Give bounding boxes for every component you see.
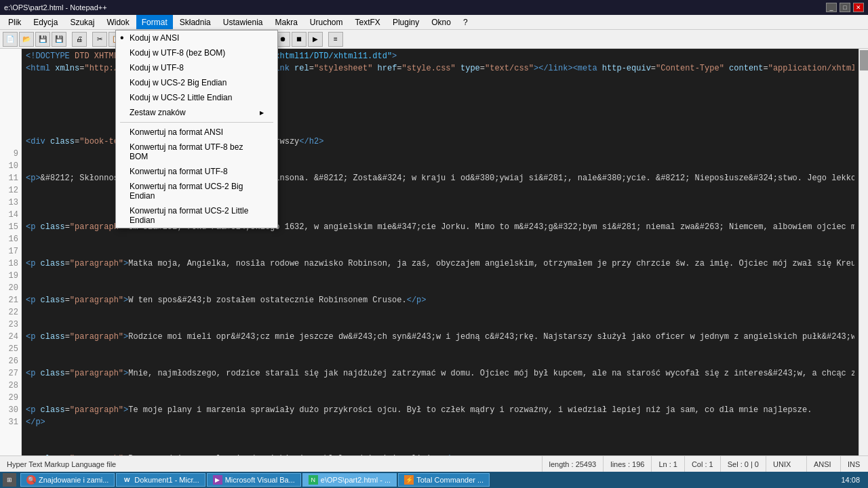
minimize-button[interactable]: _ — [826, 3, 837, 12]
status-bar: Hyper Text Markup Language file length :… — [0, 455, 868, 472]
open-button[interactable]: 📂 — [19, 32, 34, 47]
menu-help[interactable]: ? — [458, 15, 473, 29]
taskbar-clock: 14:08 — [835, 476, 865, 484]
koduj-utf8-bom-item[interactable]: Koduj w UTF-8 (bez BOM) — [116, 45, 277, 60]
file-type-status: Hyper Text Markup Language file — [0, 456, 542, 472]
word-icon: W — [122, 475, 132, 485]
zestaw-znakow-item[interactable]: Zestaw znaków — [116, 105, 277, 120]
vertical-scrollbar[interactable] — [859, 49, 868, 455]
notepadpp-icon: N — [309, 475, 318, 485]
tc-icon: ⚡ — [404, 475, 414, 485]
title-bar-controls[interactable]: _ □ ✕ — [826, 3, 864, 12]
konwertuj-utf8-bom-item[interactable]: Konwertuj na format UTF-8 bez BOM — [116, 140, 277, 164]
line-numbers: 9 10 11 12 13 14 15 16 17 18 19 20 21 22… — [0, 49, 22, 455]
ln-status: Ln : 1 — [652, 456, 685, 472]
line-ending-status: UNIX — [766, 456, 807, 472]
menu-textfx[interactable]: TextFX — [350, 15, 386, 29]
encoding-status: ANSI — [807, 456, 841, 472]
menu-makra[interactable]: Makra — [270, 15, 303, 29]
sel-status: Sel : 0 | 0 — [721, 456, 766, 472]
col-status: Col : 1 — [685, 456, 721, 472]
menu-edycja[interactable]: Edycja — [28, 15, 63, 29]
taskbar-notepadpp-label: e\OPS\part2.html - ... — [321, 476, 391, 484]
konwertuj-ansi-item[interactable]: Konwertuj na format ANSI — [116, 125, 277, 140]
menu-pluginy[interactable]: Pluginy — [387, 15, 425, 29]
menu-uruchom[interactable]: Uruchom — [304, 15, 349, 29]
taskbar-find-label: Znajdowanie i zami... — [39, 476, 108, 484]
taskbar-total-commander[interactable]: ⚡ Total Commander ... — [398, 473, 490, 487]
macro-play-button[interactable]: ▶ — [308, 32, 323, 47]
menu-format[interactable]: Format — [136, 15, 173, 29]
lines-status: lines : 196 — [604, 456, 652, 472]
taskbar-notepadpp[interactable]: N e\OPS\part2.html - ... — [302, 473, 397, 487]
sort-button[interactable]: ≡ — [328, 32, 343, 47]
start-button[interactable]: ⊞ — [3, 473, 16, 487]
koduj-ucs2-little-item[interactable]: Koduj w UCS-2 Little Endian — [116, 90, 277, 105]
menu-bar: Plik Edycja Szukaj Widok Format Składnia… — [0, 15, 868, 30]
koduj-ucs2-big-item[interactable]: Koduj w UCS-2 Big Endian — [116, 75, 277, 90]
taskbar-visual-basic[interactable]: ▶ Microsoft Visual Ba... — [207, 473, 301, 487]
konwertuj-ucs2-big-item[interactable]: Konwertuj na format UCS-2 Big Endian — [116, 179, 277, 203]
vb-icon: ▶ — [213, 475, 222, 485]
taskbar-word-label: Dokument1 - Micr... — [134, 476, 199, 484]
konwertuj-ucs2-little-item[interactable]: Konwertuj na format UCS-2 Little Endian — [116, 203, 277, 228]
menu-okno[interactable]: Okno — [426, 15, 456, 29]
menu-plik[interactable]: Plik — [3, 15, 26, 29]
print-button[interactable]: 🖨 — [72, 32, 87, 47]
new-button[interactable]: 📄 — [3, 32, 18, 47]
length-status: length : 25493 — [542, 456, 604, 472]
save-all-button[interactable]: 💾 — [52, 32, 66, 47]
koduj-utf8-item[interactable]: Koduj w UTF-8 — [116, 60, 277, 75]
taskbar-word[interactable]: W Dokument1 - Micr... — [116, 473, 205, 487]
find-replace-icon: 🔍 — [26, 475, 36, 485]
maximize-button[interactable]: □ — [840, 3, 850, 12]
menu-widok[interactable]: Widok — [101, 15, 134, 29]
menu-szukaj[interactable]: Szukaj — [64, 15, 100, 29]
cut-button[interactable]: ✂ — [92, 32, 107, 47]
taskbar: ⊞ 🔍 Znajdowanie i zami... W Dokument1 - … — [0, 472, 868, 488]
format-dropdown: Koduj w ANSI Koduj w UTF-8 (bez BOM) Kod… — [115, 30, 278, 228]
ins-status: INS — [841, 456, 868, 472]
konwertuj-utf8-item[interactable]: Konwertuj na format UTF-8 — [116, 164, 277, 179]
taskbar-tc-label: Total Commander ... — [416, 476, 484, 484]
menu-ustawienia[interactable]: Ustawienia — [218, 15, 269, 29]
title-bar-title: e:\OPS\part2.html - Notepad++ — [4, 3, 107, 12]
menu-skladnia[interactable]: Składnia — [174, 15, 216, 29]
macro-stop-button[interactable]: ⏹ — [292, 32, 307, 47]
taskbar-vb-label: Microsoft Visual Ba... — [225, 476, 295, 484]
menu-separator — [120, 122, 273, 123]
close-button[interactable]: ✕ — [853, 3, 864, 12]
taskbar-find-replace[interactable]: 🔍 Znajdowanie i zami... — [20, 473, 115, 487]
title-bar: e:\OPS\part2.html - Notepad++ _ □ ✕ — [0, 0, 868, 15]
koduj-ansi-item[interactable]: Koduj w ANSI — [116, 30, 277, 45]
save-button[interactable]: 💾 — [35, 32, 50, 47]
